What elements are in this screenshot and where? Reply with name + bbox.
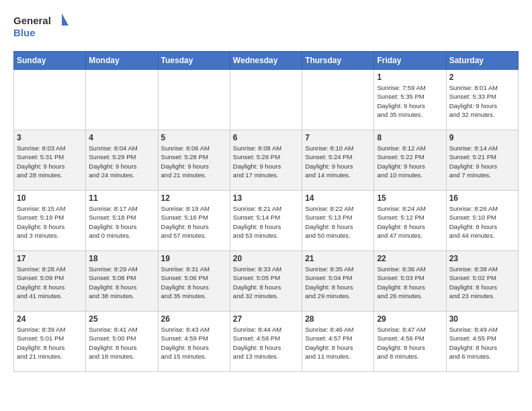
cell-info: Sunrise: 8:38 AM Sunset: 5:02 PM Dayligh… [449, 265, 498, 300]
cell-info: Sunrise: 8:21 AM Sunset: 5:14 PM Dayligh… [233, 205, 281, 239]
calendar-cell [86, 70, 158, 130]
day-number: 17 [17, 254, 83, 263]
calendar-cell: 4Sunrise: 8:04 AM Sunset: 5:29 PM Daylig… [86, 130, 158, 191]
day-number: 4 [89, 133, 154, 142]
calendar-cell [230, 70, 302, 130]
day-number: 26 [161, 314, 227, 324]
calendar-cell: 16Sunrise: 8:26 AM Sunset: 5:10 PM Dayli… [446, 191, 518, 251]
calendar-cell: 20Sunrise: 8:33 AM Sunset: 5:05 PM Dayli… [230, 251, 302, 312]
day-number: 20 [233, 254, 299, 263]
calendar-cell: 28Sunrise: 8:46 AM Sunset: 4:57 PM Dayli… [302, 312, 374, 372]
calendar-cell: 7Sunrise: 8:10 AM Sunset: 5:24 PM Daylig… [302, 130, 374, 191]
cell-info: Sunrise: 8:28 AM Sunset: 5:09 PM Dayligh… [17, 265, 65, 300]
day-number: 29 [377, 314, 443, 324]
weekday-header: Thursday [302, 52, 374, 70]
header-row: SundayMondayTuesdayWednesdayThursdayFrid… [14, 52, 519, 70]
day-number: 14 [305, 193, 371, 203]
calendar-cell: 12Sunrise: 8:19 AM Sunset: 5:16 PM Dayli… [158, 191, 230, 251]
cell-info: Sunrise: 8:24 AM Sunset: 5:12 PM Dayligh… [377, 205, 425, 239]
cell-info: Sunrise: 8:43 AM Sunset: 4:59 PM Dayligh… [161, 326, 210, 360]
calendar-cell: 5Sunrise: 8:06 AM Sunset: 5:28 PM Daylig… [158, 130, 230, 191]
page-header: GeneralBlue [13, 13, 519, 40]
calendar-cell: 15Sunrise: 8:24 AM Sunset: 5:12 PM Dayli… [374, 191, 446, 251]
day-number: 15 [377, 193, 443, 203]
day-number: 30 [449, 314, 515, 324]
calendar-cell: 3Sunrise: 8:03 AM Sunset: 5:31 PM Daylig… [14, 130, 86, 191]
cell-info: Sunrise: 8:49 AM Sunset: 4:55 PM Dayligh… [449, 326, 498, 360]
calendar-cell [14, 70, 86, 130]
day-number: 2 [449, 73, 515, 82]
calendar-cell: 8Sunrise: 8:12 AM Sunset: 5:22 PM Daylig… [374, 130, 446, 191]
cell-info: Sunrise: 8:39 AM Sunset: 5:01 PM Dayligh… [17, 326, 65, 360]
day-number: 12 [161, 193, 227, 203]
cell-info: Sunrise: 8:26 AM Sunset: 5:10 PM Dayligh… [449, 205, 498, 239]
calendar-week-row: 3Sunrise: 8:03 AM Sunset: 5:31 PM Daylig… [14, 130, 519, 191]
cell-info: Sunrise: 8:41 AM Sunset: 5:00 PM Dayligh… [89, 326, 137, 360]
day-number: 9 [449, 133, 515, 142]
day-number: 24 [17, 314, 83, 324]
day-number: 25 [89, 314, 154, 324]
calendar-cell: 26Sunrise: 8:43 AM Sunset: 4:59 PM Dayli… [158, 312, 230, 372]
calendar-cell: 1Sunrise: 7:59 AM Sunset: 5:35 PM Daylig… [374, 70, 446, 130]
svg-marker-2 [62, 13, 69, 26]
calendar-cell: 25Sunrise: 8:41 AM Sunset: 5:00 PM Dayli… [86, 312, 158, 372]
calendar-cell: 19Sunrise: 8:31 AM Sunset: 5:06 PM Dayli… [158, 251, 230, 312]
cell-info: Sunrise: 8:35 AM Sunset: 5:04 PM Dayligh… [305, 265, 353, 300]
day-number: 19 [161, 254, 227, 263]
cell-info: Sunrise: 8:08 AM Sunset: 5:26 PM Dayligh… [233, 144, 281, 179]
cell-info: Sunrise: 8:06 AM Sunset: 5:28 PM Dayligh… [161, 144, 210, 179]
day-number: 27 [233, 314, 299, 324]
cell-info: Sunrise: 8:29 AM Sunset: 5:08 PM Dayligh… [89, 265, 137, 300]
calendar-week-row: 17Sunrise: 8:28 AM Sunset: 5:09 PM Dayli… [14, 251, 519, 312]
calendar-cell: 13Sunrise: 8:21 AM Sunset: 5:14 PM Dayli… [230, 191, 302, 251]
calendar-cell: 10Sunrise: 8:15 AM Sunset: 5:19 PM Dayli… [14, 191, 86, 251]
calendar-cell: 24Sunrise: 8:39 AM Sunset: 5:01 PM Dayli… [14, 312, 86, 372]
cell-info: Sunrise: 8:19 AM Sunset: 5:16 PM Dayligh… [161, 205, 210, 239]
cell-info: Sunrise: 8:10 AM Sunset: 5:24 PM Dayligh… [305, 144, 353, 179]
calendar-cell: 11Sunrise: 8:17 AM Sunset: 5:18 PM Dayli… [86, 191, 158, 251]
calendar-week-row: 24Sunrise: 8:39 AM Sunset: 5:01 PM Dayli… [14, 312, 519, 372]
day-number: 28 [305, 314, 371, 324]
cell-info: Sunrise: 7:59 AM Sunset: 5:35 PM Dayligh… [377, 84, 425, 118]
calendar-cell [158, 70, 230, 130]
day-number: 8 [377, 133, 443, 142]
weekday-header: Wednesday [230, 52, 302, 70]
day-number: 23 [449, 254, 515, 263]
cell-info: Sunrise: 8:03 AM Sunset: 5:31 PM Dayligh… [17, 144, 65, 179]
calendar-cell: 14Sunrise: 8:22 AM Sunset: 5:13 PM Dayli… [302, 191, 374, 251]
cell-info: Sunrise: 8:12 AM Sunset: 5:22 PM Dayligh… [377, 144, 425, 179]
cell-info: Sunrise: 8:33 AM Sunset: 5:05 PM Dayligh… [233, 265, 281, 300]
weekday-header: Sunday [14, 52, 86, 70]
weekday-header: Saturday [446, 52, 518, 70]
calendar-week-row: 10Sunrise: 8:15 AM Sunset: 5:19 PM Dayli… [14, 191, 519, 251]
day-number: 22 [377, 254, 443, 263]
day-number: 18 [89, 254, 154, 263]
day-number: 3 [17, 133, 83, 142]
calendar-cell: 9Sunrise: 8:14 AM Sunset: 5:21 PM Daylig… [446, 130, 518, 191]
calendar-cell: 21Sunrise: 8:35 AM Sunset: 5:04 PM Dayli… [302, 251, 374, 312]
weekday-header: Tuesday [158, 52, 230, 70]
cell-info: Sunrise: 8:14 AM Sunset: 5:21 PM Dayligh… [449, 144, 498, 179]
calendar-table: SundayMondayTuesdayWednesdayThursdayFrid… [13, 51, 519, 372]
calendar-cell: 22Sunrise: 8:36 AM Sunset: 5:03 PM Dayli… [374, 251, 446, 312]
calendar-cell: 30Sunrise: 8:49 AM Sunset: 4:55 PM Dayli… [446, 312, 518, 372]
calendar-cell: 23Sunrise: 8:38 AM Sunset: 5:02 PM Dayli… [446, 251, 518, 312]
cell-info: Sunrise: 8:31 AM Sunset: 5:06 PM Dayligh… [161, 265, 210, 300]
cell-info: Sunrise: 8:22 AM Sunset: 5:13 PM Dayligh… [305, 205, 353, 239]
day-number: 16 [449, 193, 515, 203]
svg-text:General: General [13, 15, 51, 26]
calendar-cell: 27Sunrise: 8:44 AM Sunset: 4:58 PM Dayli… [230, 312, 302, 372]
cell-info: Sunrise: 8:04 AM Sunset: 5:29 PM Dayligh… [89, 144, 137, 179]
calendar-cell: 29Sunrise: 8:47 AM Sunset: 4:56 PM Dayli… [374, 312, 446, 372]
weekday-header: Friday [374, 52, 446, 70]
svg-text:Blue: Blue [13, 27, 36, 38]
day-number: 21 [305, 254, 371, 263]
cell-info: Sunrise: 8:44 AM Sunset: 4:58 PM Dayligh… [233, 326, 281, 360]
day-number: 10 [17, 193, 83, 203]
logo-svg: GeneralBlue [13, 13, 74, 40]
cell-info: Sunrise: 8:47 AM Sunset: 4:56 PM Dayligh… [377, 326, 425, 360]
day-number: 13 [233, 193, 299, 203]
day-number: 7 [305, 133, 371, 142]
cell-info: Sunrise: 8:46 AM Sunset: 4:57 PM Dayligh… [305, 326, 353, 360]
cell-info: Sunrise: 8:01 AM Sunset: 5:33 PM Dayligh… [449, 84, 498, 118]
